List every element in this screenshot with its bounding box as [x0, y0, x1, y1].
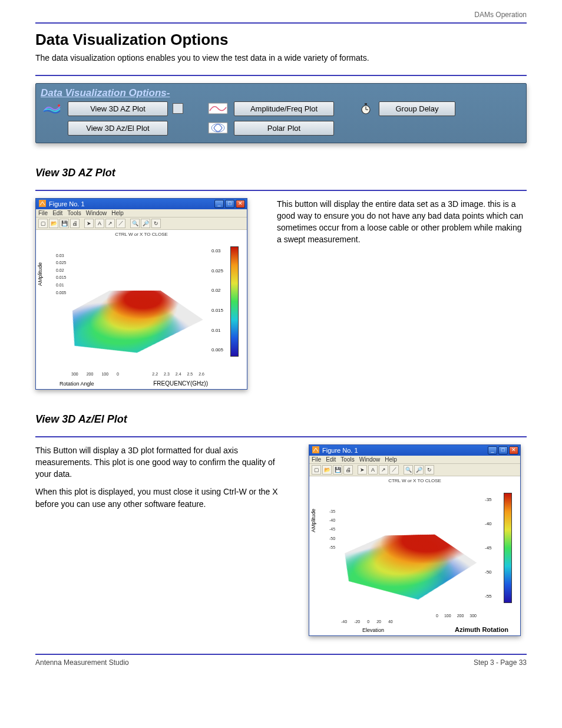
svg-point-0 — [58, 104, 60, 107]
x2-tick: 100 — [444, 614, 451, 618]
x1-tick: -40 — [341, 620, 347, 624]
new-icon[interactable]: ▢ — [38, 219, 48, 228]
line-icon[interactable]: ／ — [116, 219, 125, 228]
arrow-icon[interactable]: ↗ — [379, 465, 388, 475]
figure-menubar: File Edit Tools Window Help — [36, 209, 247, 218]
view-3d-az-plot-button[interactable]: View 3D AZ Plot — [68, 101, 168, 116]
rotate-icon[interactable]: ↻ — [425, 465, 434, 475]
footer-left: Antenna Measurement Studio — [35, 658, 129, 667]
group-delay-button[interactable]: Group Delay — [379, 101, 455, 116]
menu-window[interactable]: Window — [86, 210, 107, 216]
x2-axis-label: Azimuth Rotation — [455, 626, 508, 633]
menu-window[interactable]: Window — [359, 456, 381, 463]
rotate-icon[interactable]: ↻ — [151, 219, 161, 228]
surface-plot — [51, 276, 238, 378]
section-title: Data Visualization Options — [35, 31, 527, 49]
figure-app-icon — [312, 446, 319, 454]
z-tick: 0.03 — [56, 252, 67, 260]
figure-titlebar[interactable]: Figure No. 1 _ □ ✕ — [309, 445, 520, 456]
options-col-3: Group Delay — [358, 101, 455, 116]
zoom-out-icon[interactable]: 🔎 — [414, 465, 424, 475]
open-icon[interactable]: 📂 — [49, 219, 58, 228]
x1-tick: 200 — [87, 372, 94, 376]
figure-titlebar[interactable]: Figure No. 1 _ □ ✕ — [36, 199, 247, 209]
panel-title: Data Visualization Options- — [41, 87, 521, 99]
menu-file[interactable]: File — [312, 456, 321, 463]
z-axis-label: AMplitude — [310, 509, 316, 532]
view-3d-az-plot-checkbox[interactable] — [173, 103, 183, 114]
x1-tick: 100 — [101, 372, 108, 376]
z-axis-label: AMplitude — [37, 262, 43, 286]
z-tick: 0.015 — [56, 274, 67, 282]
colorbar-ticks: 0.03 0.025 0.02 0.015 0.01 0.005 — [211, 246, 229, 357]
print-icon[interactable]: 🖨 — [343, 465, 353, 475]
close-button[interactable]: ✕ — [236, 200, 245, 208]
z-tick: 0.005 — [56, 289, 67, 297]
open-icon[interactable]: 📂 — [322, 465, 332, 475]
menu-help[interactable]: Help — [111, 210, 124, 216]
new-icon[interactable]: ▢ — [312, 465, 321, 475]
figure-app-icon — [39, 200, 46, 208]
arrow-icon[interactable]: ↗ — [105, 219, 115, 228]
x1-tick: -20 — [354, 620, 360, 624]
maximize-button[interactable]: □ — [225, 200, 234, 208]
page-header-right: DAMs Operation — [35, 11, 527, 19]
z-tick: -40 — [329, 516, 335, 525]
line-icon[interactable]: ／ — [389, 465, 399, 475]
svg-rect-9 — [312, 446, 319, 453]
menu-file[interactable]: File — [38, 210, 48, 216]
x2-tick: 2.3 — [164, 372, 170, 376]
x1-axis-label: Elevation — [362, 627, 384, 633]
z-tick: 0.01 — [56, 282, 67, 289]
amplitude-freq-plot-button[interactable]: Amplitude/Freq Plot — [234, 101, 334, 116]
zoom-in-icon[interactable]: 🔍 — [130, 219, 140, 228]
section-desc: The data visualization options enables y… — [35, 52, 527, 64]
pointer-icon[interactable]: ➤ — [84, 219, 94, 228]
surface3d-icon — [41, 102, 63, 115]
x2-tick: 2.4 — [176, 372, 181, 376]
subsection-title-3daz: View 3D AZ Plot — [35, 167, 527, 179]
z-tick: -35 — [329, 507, 335, 516]
subsection-title-3dazel: View 3D Az/El Plot — [35, 413, 527, 426]
z-tick: -50 — [329, 534, 335, 543]
x2-tick: 0 — [436, 614, 438, 618]
save-icon[interactable]: 💾 — [59, 219, 69, 228]
zoom-out-icon[interactable]: 🔎 — [141, 219, 150, 228]
figure-menubar: File Edit Tools Window Help — [309, 456, 520, 464]
sub2-paragraph-2: When this plot is displayed, you must cl… — [35, 486, 285, 510]
text-icon[interactable]: A — [95, 219, 104, 228]
spacer-icon — [41, 121, 63, 134]
zoom-in-icon[interactable]: 🔍 — [404, 465, 413, 475]
menu-edit[interactable]: Edit — [326, 456, 336, 463]
menu-edit[interactable]: Edit — [52, 210, 62, 216]
figure-canvas: CTRL W or X TO CLOSE 0.03 0.025 0.02 0.0… — [36, 230, 247, 389]
colorbar — [504, 493, 512, 603]
x1-tick: 0 — [117, 372, 119, 376]
figure-toolbar: ▢ 📂 💾 🖨 ➤ A ↗ ／ 🔍 🔎 ↻ — [309, 464, 520, 476]
save-icon[interactable]: 💾 — [333, 465, 342, 475]
x2-tick: 2.6 — [199, 372, 204, 376]
print-icon[interactable]: 🖨 — [70, 219, 80, 228]
polar-plot-button[interactable]: Polar Plot — [234, 121, 334, 136]
svg-rect-8 — [39, 200, 46, 207]
z-tick: 0.02 — [56, 267, 67, 275]
close-button[interactable]: ✕ — [509, 446, 518, 454]
z-tick: -55 — [329, 543, 335, 552]
minimize-button[interactable]: _ — [214, 200, 224, 208]
maximize-button[interactable]: □ — [498, 446, 508, 454]
figure-window-2: Figure No. 1 _ □ ✕ File Edit Tools Windo… — [309, 444, 521, 636]
colorbar — [230, 246, 239, 357]
z-tick: -45 — [329, 525, 335, 533]
x1-tick: 20 — [376, 620, 381, 624]
menu-tools[interactable]: Tools — [67, 210, 81, 216]
menu-tools[interactable]: Tools — [340, 456, 354, 463]
figure-window-1: Figure No. 1 _ □ ✕ File Edit Tools Windo… — [35, 198, 247, 390]
pointer-icon[interactable]: ➤ — [358, 465, 367, 475]
view-3d-azel-plot-button[interactable]: View 3D Az/El Plot — [68, 121, 168, 136]
menu-help[interactable]: Help — [385, 456, 397, 463]
colorbar-ticks: -35 -40 -45 -50 -55 — [485, 493, 503, 603]
x2-tick: 200 — [457, 614, 464, 618]
text-icon[interactable]: A — [368, 465, 378, 475]
minimize-button[interactable]: _ — [488, 446, 497, 454]
surface-plot — [325, 523, 511, 624]
